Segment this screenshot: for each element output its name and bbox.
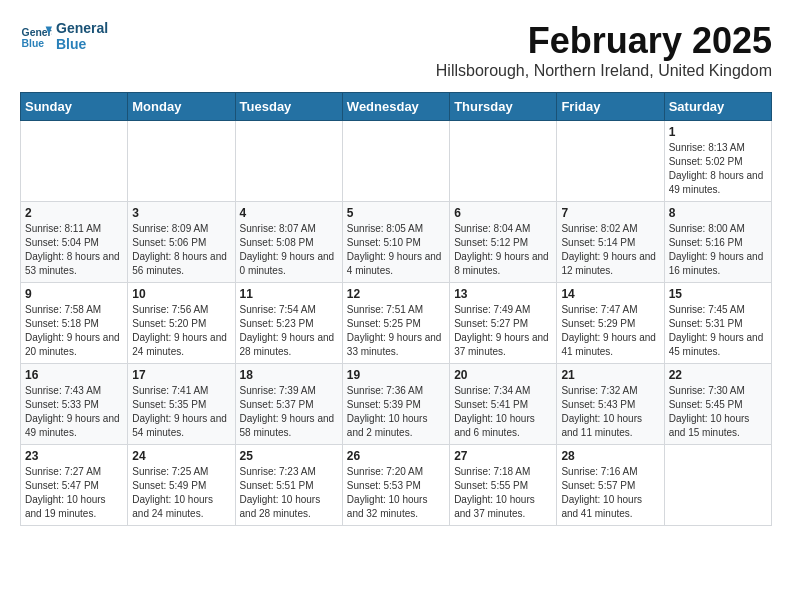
calendar-day-cell: 27Sunrise: 7:18 AM Sunset: 5:55 PM Dayli… <box>450 445 557 526</box>
day-info: Sunrise: 7:54 AM Sunset: 5:23 PM Dayligh… <box>240 303 338 359</box>
calendar-day-cell: 6Sunrise: 8:04 AM Sunset: 5:12 PM Daylig… <box>450 202 557 283</box>
day-info: Sunrise: 7:58 AM Sunset: 5:18 PM Dayligh… <box>25 303 123 359</box>
day-info: Sunrise: 7:49 AM Sunset: 5:27 PM Dayligh… <box>454 303 552 359</box>
calendar-day-cell: 2Sunrise: 8:11 AM Sunset: 5:04 PM Daylig… <box>21 202 128 283</box>
svg-text:Blue: Blue <box>22 38 45 49</box>
day-number: 10 <box>132 287 230 301</box>
day-info: Sunrise: 7:36 AM Sunset: 5:39 PM Dayligh… <box>347 384 445 440</box>
weekday-header-cell: Wednesday <box>342 93 449 121</box>
day-info: Sunrise: 7:27 AM Sunset: 5:47 PM Dayligh… <box>25 465 123 521</box>
logo: General Blue General Blue <box>20 20 108 52</box>
calendar-day-cell: 21Sunrise: 7:32 AM Sunset: 5:43 PM Dayli… <box>557 364 664 445</box>
day-info: Sunrise: 7:51 AM Sunset: 5:25 PM Dayligh… <box>347 303 445 359</box>
calendar-day-cell: 7Sunrise: 8:02 AM Sunset: 5:14 PM Daylig… <box>557 202 664 283</box>
day-number: 27 <box>454 449 552 463</box>
calendar-day-cell <box>342 121 449 202</box>
general-blue-logo-icon: General Blue <box>20 20 52 52</box>
day-info: Sunrise: 7:25 AM Sunset: 5:49 PM Dayligh… <box>132 465 230 521</box>
day-number: 8 <box>669 206 767 220</box>
day-info: Sunrise: 7:56 AM Sunset: 5:20 PM Dayligh… <box>132 303 230 359</box>
day-number: 22 <box>669 368 767 382</box>
calendar-day-cell: 1Sunrise: 8:13 AM Sunset: 5:02 PM Daylig… <box>664 121 771 202</box>
calendar-week-row: 23Sunrise: 7:27 AM Sunset: 5:47 PM Dayli… <box>21 445 772 526</box>
calendar-day-cell: 17Sunrise: 7:41 AM Sunset: 5:35 PM Dayli… <box>128 364 235 445</box>
calendar-day-cell: 5Sunrise: 8:05 AM Sunset: 5:10 PM Daylig… <box>342 202 449 283</box>
calendar-day-cell: 28Sunrise: 7:16 AM Sunset: 5:57 PM Dayli… <box>557 445 664 526</box>
calendar-day-cell: 3Sunrise: 8:09 AM Sunset: 5:06 PM Daylig… <box>128 202 235 283</box>
calendar-day-cell: 22Sunrise: 7:30 AM Sunset: 5:45 PM Dayli… <box>664 364 771 445</box>
day-info: Sunrise: 8:00 AM Sunset: 5:16 PM Dayligh… <box>669 222 767 278</box>
day-number: 13 <box>454 287 552 301</box>
day-info: Sunrise: 8:11 AM Sunset: 5:04 PM Dayligh… <box>25 222 123 278</box>
day-number: 18 <box>240 368 338 382</box>
day-number: 24 <box>132 449 230 463</box>
day-number: 17 <box>132 368 230 382</box>
day-number: 9 <box>25 287 123 301</box>
day-number: 15 <box>669 287 767 301</box>
weekday-header-cell: Sunday <box>21 93 128 121</box>
day-number: 23 <box>25 449 123 463</box>
calendar-day-cell <box>450 121 557 202</box>
day-number: 20 <box>454 368 552 382</box>
day-number: 19 <box>347 368 445 382</box>
calendar-day-cell: 26Sunrise: 7:20 AM Sunset: 5:53 PM Dayli… <box>342 445 449 526</box>
day-info: Sunrise: 8:13 AM Sunset: 5:02 PM Dayligh… <box>669 141 767 197</box>
day-number: 5 <box>347 206 445 220</box>
day-info: Sunrise: 7:30 AM Sunset: 5:45 PM Dayligh… <box>669 384 767 440</box>
day-number: 16 <box>25 368 123 382</box>
calendar-day-cell: 4Sunrise: 8:07 AM Sunset: 5:08 PM Daylig… <box>235 202 342 283</box>
calendar-week-row: 16Sunrise: 7:43 AM Sunset: 5:33 PM Dayli… <box>21 364 772 445</box>
logo-line2: Blue <box>56 36 108 52</box>
calendar-day-cell <box>21 121 128 202</box>
day-info: Sunrise: 7:23 AM Sunset: 5:51 PM Dayligh… <box>240 465 338 521</box>
calendar-day-cell <box>235 121 342 202</box>
calendar-day-cell <box>128 121 235 202</box>
calendar-day-cell: 15Sunrise: 7:45 AM Sunset: 5:31 PM Dayli… <box>664 283 771 364</box>
day-info: Sunrise: 8:07 AM Sunset: 5:08 PM Dayligh… <box>240 222 338 278</box>
day-number: 26 <box>347 449 445 463</box>
day-info: Sunrise: 7:34 AM Sunset: 5:41 PM Dayligh… <box>454 384 552 440</box>
day-number: 7 <box>561 206 659 220</box>
day-info: Sunrise: 7:39 AM Sunset: 5:37 PM Dayligh… <box>240 384 338 440</box>
calendar-day-cell: 16Sunrise: 7:43 AM Sunset: 5:33 PM Dayli… <box>21 364 128 445</box>
day-info: Sunrise: 8:04 AM Sunset: 5:12 PM Dayligh… <box>454 222 552 278</box>
day-info: Sunrise: 7:32 AM Sunset: 5:43 PM Dayligh… <box>561 384 659 440</box>
day-number: 4 <box>240 206 338 220</box>
calendar-day-cell: 11Sunrise: 7:54 AM Sunset: 5:23 PM Dayli… <box>235 283 342 364</box>
calendar-day-cell <box>664 445 771 526</box>
day-number: 6 <box>454 206 552 220</box>
day-number: 14 <box>561 287 659 301</box>
day-number: 28 <box>561 449 659 463</box>
weekday-header-cell: Friday <box>557 93 664 121</box>
calendar-subtitle: Hillsborough, Northern Ireland, United K… <box>436 62 772 80</box>
calendar-day-cell: 10Sunrise: 7:56 AM Sunset: 5:20 PM Dayli… <box>128 283 235 364</box>
day-number: 25 <box>240 449 338 463</box>
day-number: 21 <box>561 368 659 382</box>
calendar-title: February 2025 <box>436 20 772 62</box>
calendar-day-cell: 20Sunrise: 7:34 AM Sunset: 5:41 PM Dayli… <box>450 364 557 445</box>
calendar-day-cell: 13Sunrise: 7:49 AM Sunset: 5:27 PM Dayli… <box>450 283 557 364</box>
calendar-title-section: February 2025 Hillsborough, Northern Ire… <box>436 20 772 80</box>
weekday-header-row: SundayMondayTuesdayWednesdayThursdayFrid… <box>21 93 772 121</box>
day-info: Sunrise: 8:05 AM Sunset: 5:10 PM Dayligh… <box>347 222 445 278</box>
calendar-day-cell: 9Sunrise: 7:58 AM Sunset: 5:18 PM Daylig… <box>21 283 128 364</box>
day-info: Sunrise: 7:45 AM Sunset: 5:31 PM Dayligh… <box>669 303 767 359</box>
day-info: Sunrise: 8:02 AM Sunset: 5:14 PM Dayligh… <box>561 222 659 278</box>
calendar-day-cell: 19Sunrise: 7:36 AM Sunset: 5:39 PM Dayli… <box>342 364 449 445</box>
day-info: Sunrise: 7:20 AM Sunset: 5:53 PM Dayligh… <box>347 465 445 521</box>
day-info: Sunrise: 7:16 AM Sunset: 5:57 PM Dayligh… <box>561 465 659 521</box>
weekday-header-cell: Tuesday <box>235 93 342 121</box>
calendar-day-cell: 24Sunrise: 7:25 AM Sunset: 5:49 PM Dayli… <box>128 445 235 526</box>
calendar-day-cell: 25Sunrise: 7:23 AM Sunset: 5:51 PM Dayli… <box>235 445 342 526</box>
day-number: 12 <box>347 287 445 301</box>
weekday-header-cell: Thursday <box>450 93 557 121</box>
calendar-week-row: 2Sunrise: 8:11 AM Sunset: 5:04 PM Daylig… <box>21 202 772 283</box>
day-number: 3 <box>132 206 230 220</box>
weekday-header-cell: Monday <box>128 93 235 121</box>
calendar-day-cell: 14Sunrise: 7:47 AM Sunset: 5:29 PM Dayli… <box>557 283 664 364</box>
day-number: 2 <box>25 206 123 220</box>
calendar-day-cell: 23Sunrise: 7:27 AM Sunset: 5:47 PM Dayli… <box>21 445 128 526</box>
calendar-body: 1Sunrise: 8:13 AM Sunset: 5:02 PM Daylig… <box>21 121 772 526</box>
day-number: 1 <box>669 125 767 139</box>
calendar-week-row: 1Sunrise: 8:13 AM Sunset: 5:02 PM Daylig… <box>21 121 772 202</box>
